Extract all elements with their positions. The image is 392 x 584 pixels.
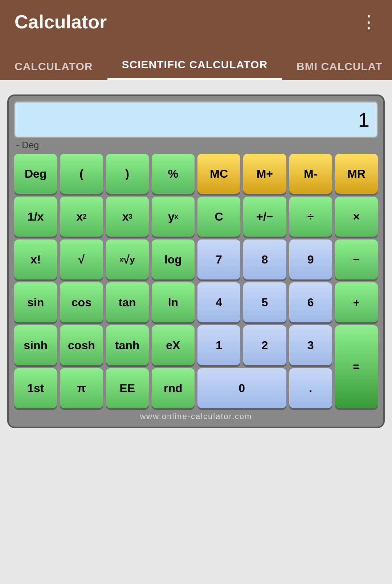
calc-button-5[interactable]: 5 (243, 282, 286, 322)
calc-button-cosh[interactable]: cosh (60, 325, 103, 365)
calc-button-mr[interactable]: MR (335, 154, 378, 194)
calc-button-1[interactable]: 1 (197, 325, 240, 365)
header: Calculator ⋮ (0, 0, 392, 44)
calc-button-tan[interactable]: tan (106, 282, 149, 322)
tab-bmi-calculator[interactable]: BMI CALCULAT (282, 53, 392, 80)
calc-button-[interactable]: π (60, 368, 103, 408)
calc-button-rnd[interactable]: rnd (152, 368, 195, 408)
calc-button-0[interactable]: 0 (197, 368, 286, 408)
calc-button-[interactable]: % (152, 154, 195, 194)
calc-button-x[interactable]: x2 (60, 197, 103, 237)
calc-button-x[interactable]: x3 (106, 197, 149, 237)
calc-button-9[interactable]: 9 (289, 239, 332, 279)
calc-button-ln[interactable]: ln (152, 282, 195, 322)
main-content: 1 - Deg Deg()%MCM+M-MR1/xx2x3yxC+/−÷×x!√… (0, 80, 392, 584)
calc-button-[interactable]: ÷ (289, 197, 332, 237)
menu-icon[interactable]: ⋮ (360, 12, 377, 32)
calc-button-y[interactable]: x√y (106, 239, 149, 279)
calc-button-[interactable]: ) (106, 154, 149, 194)
calc-button-[interactable]: √ (60, 239, 103, 279)
calc-button-7[interactable]: 7 (197, 239, 240, 279)
calc-button-ee[interactable]: EE (106, 368, 149, 408)
app-title: Calculator (15, 11, 107, 33)
calc-button-1x[interactable]: 1/x (14, 197, 57, 237)
calc-button-[interactable]: +/− (243, 197, 286, 237)
calc-button-4[interactable]: 4 (197, 282, 240, 322)
calc-button-sinh[interactable]: sinh (14, 325, 57, 365)
calc-button-c[interactable]: C (197, 197, 240, 237)
calculator-body: 1 - Deg Deg()%MCM+M-MR1/xx2x3yxC+/−÷×x!√… (7, 94, 385, 428)
calc-button-8[interactable]: 8 (243, 239, 286, 279)
tab-scientific-calculator[interactable]: SCIENTIFIC CALCULATOR (107, 51, 282, 80)
calc-button-mc[interactable]: MC (197, 154, 240, 194)
calc-button-[interactable]: = (335, 325, 378, 408)
calc-button-m[interactable]: M+ (243, 154, 286, 194)
calc-button-ex[interactable]: eX (152, 325, 195, 365)
calc-button-[interactable]: . (289, 368, 332, 408)
calc-button-1st[interactable]: 1st (14, 368, 57, 408)
calc-button-[interactable]: ( (60, 154, 103, 194)
calc-button-x[interactable]: x! (14, 239, 57, 279)
calc-button-tanh[interactable]: tanh (106, 325, 149, 365)
calc-footer: www.online-calculator.com (14, 412, 378, 421)
calc-button-m[interactable]: M- (289, 154, 332, 194)
calc-button-sin[interactable]: sin (14, 282, 57, 322)
tab-bar: CALCULATOR SCIENTIFIC CALCULATOR BMI CAL… (0, 44, 392, 80)
button-grid: Deg()%MCM+M-MR1/xx2x3yxC+/−÷×x!√x√ylog78… (14, 154, 378, 408)
calc-button-y[interactable]: yx (152, 197, 195, 237)
calc-button-cos[interactable]: cos (60, 282, 103, 322)
calc-button-deg[interactable]: Deg (14, 154, 57, 194)
display-value: 1 (358, 108, 369, 132)
deg-label: - Deg (16, 140, 378, 151)
calc-button-3[interactable]: 3 (289, 325, 332, 365)
calc-button-[interactable]: + (335, 282, 378, 322)
calc-button-6[interactable]: 6 (289, 282, 332, 322)
calculator-display: 1 (14, 101, 378, 138)
calc-button-[interactable]: − (335, 239, 378, 279)
tab-calculator[interactable]: CALCULATOR (0, 53, 107, 80)
calc-button-[interactable]: × (335, 197, 378, 237)
calc-button-2[interactable]: 2 (243, 325, 286, 365)
calc-button-log[interactable]: log (152, 239, 195, 279)
